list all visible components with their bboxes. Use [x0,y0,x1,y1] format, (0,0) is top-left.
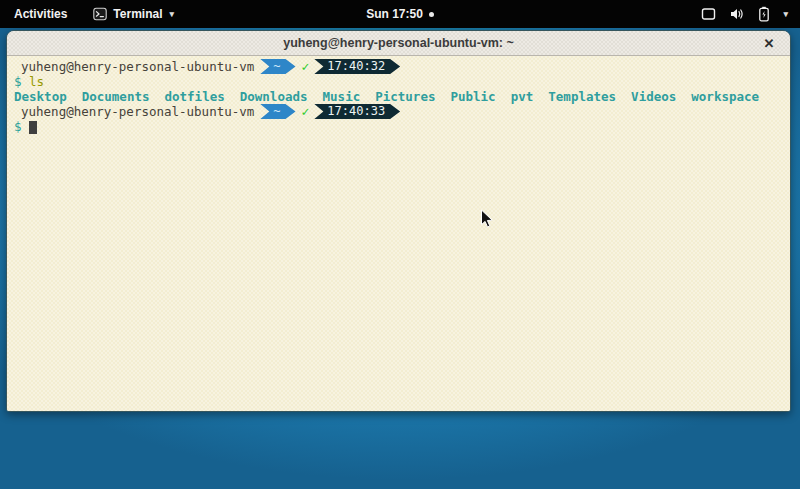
close-button[interactable]: ✕ [758,31,780,56]
clock-button[interactable]: Sun 17:50 [366,7,434,21]
notification-dot [429,12,434,17]
typed-command: ls [29,74,44,89]
clock-label: Sun 17:50 [366,7,423,21]
terminal-content[interactable]: yuheng@henry-personal-ubuntu-vm ~ ✓ 17:4… [7,56,790,412]
powerline-cwd-segment: ~ [260,104,295,119]
terminal-window: yuheng@henry-personal-ubuntu-vm: ~ ✕ yuh… [6,30,791,412]
window-titlebar[interactable]: yuheng@henry-personal-ubuntu-vm: ~ ✕ [7,31,790,56]
app-menu-terminal[interactable]: Terminal ▾ [93,7,174,21]
volume-icon [729,7,745,21]
powerline-cwd-segment: ~ [260,59,295,74]
terminal-icon [93,7,107,21]
prompt-user-host: yuheng@henry-personal-ubuntu-vm [21,104,254,119]
status-check-icon: ✓ [302,104,310,119]
top-bar: Activities Terminal ▾ Sun 17:50 [0,0,800,28]
window-title: yuheng@henry-personal-ubuntu-vm: ~ [7,36,790,50]
chevron-down-icon: ▾ [783,9,788,19]
prompt-line-1: yuheng@henry-personal-ubuntu-vm ~ ✓ 17:4… [21,59,790,74]
command-line: $ls [14,74,790,89]
system-status-area[interactable]: ▾ [701,6,788,22]
current-input-line: $ [14,119,790,134]
prompt-char: $ [14,74,22,89]
chevron-down-icon: ▾ [169,9,174,19]
powerline-time-segment: 17:40:33 [314,104,400,119]
display-icon [701,7,716,21]
activities-button[interactable]: Activities [10,7,71,21]
battery-charging-icon [758,6,770,22]
terminal-cursor [29,121,37,134]
prompt-line-2: yuheng@henry-personal-ubuntu-vm ~ ✓ 17:4… [21,104,790,119]
prompt-char: $ [14,119,22,134]
prompt-user-host: yuheng@henry-personal-ubuntu-vm [21,59,254,74]
powerline-time-segment: 17:40:32 [314,59,400,74]
ls-output-line: Desktop Documents dotfiles Downloads Mus… [14,89,790,104]
status-check-icon: ✓ [302,59,310,74]
app-menu-label: Terminal [113,7,162,21]
